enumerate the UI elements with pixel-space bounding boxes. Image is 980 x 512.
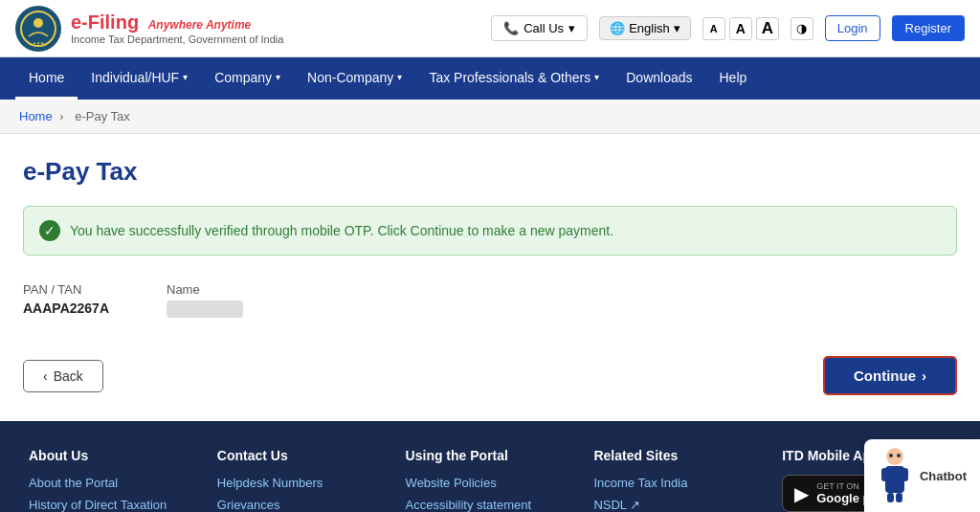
footer-nsdl-link[interactable]: NSDL ↗ (593, 498, 640, 512)
svg-rect-8 (896, 493, 902, 502)
pan-label: PAN / TAN (23, 282, 109, 297)
logo-text: e-Filing Anywhere Anytime Income Tax Dep… (71, 11, 283, 45)
check-icon: ✓ (39, 220, 60, 241)
logo-area: ✦✦✦ e-Filing Anywhere Anytime Income Tax… (15, 6, 283, 52)
breadcrumb-current: e-Pay Tax (75, 109, 130, 123)
call-us-button[interactable]: 📞 Call Us ▾ (491, 15, 588, 41)
font-controls: A A A (702, 17, 779, 40)
language-button[interactable]: 🌐 English ▾ (599, 16, 691, 40)
nav-item-home[interactable]: Home (15, 57, 78, 100)
footer-related-list: Income Tax India NSDL ↗ TRACES (593, 475, 763, 512)
actions-row: ‹ Back Continue › (23, 346, 957, 395)
nav-individual-label: Individual/HUF (91, 70, 179, 85)
continue-button-label: Continue (854, 367, 916, 384)
nav-tax-professionals-arrow: ▾ (594, 72, 599, 82)
list-item: Website Policies (406, 475, 575, 490)
logo-title: e-Filing Anywhere Anytime (71, 11, 283, 33)
nav-individual-arrow: ▾ (183, 72, 188, 82)
page-title: e-Pay Tax (23, 157, 957, 187)
footer-about-heading: About Us (29, 448, 198, 463)
nav-noncompany-arrow: ▾ (397, 72, 402, 82)
footer-about-us: About Us About the Portal History of Dir… (29, 448, 198, 512)
footer-income-tax-link[interactable]: Income Tax India (593, 476, 687, 490)
logo-tagline: Anywhere Anytime (148, 18, 252, 32)
footer-helpdesk-link[interactable]: Helpdesk Numbers (217, 476, 323, 490)
footer-related-heading: Related Sites (593, 448, 763, 463)
font-small-button[interactable]: A (702, 17, 725, 40)
svg-point-9 (889, 454, 893, 457)
name-value (167, 301, 243, 318)
svg-rect-4 (885, 466, 904, 493)
header: ✦✦✦ e-Filing Anywhere Anytime Income Tax… (0, 0, 980, 57)
footer-about-portal-link[interactable]: About the Portal (29, 476, 118, 490)
footer-related-sites: Related Sites Income Tax India NSDL ↗ TR… (593, 448, 763, 512)
breadcrumb: Home › e-Pay Tax (0, 100, 980, 134)
footer-contact-list: Helpdesk Numbers Grievances View Grievan… (217, 475, 387, 512)
form-section: PAN / TAN AAAPA2267A Name (23, 282, 957, 318)
list-item: Income Tax India (593, 475, 763, 490)
list-item: Grievances (217, 497, 387, 512)
name-field: Name (167, 282, 243, 318)
nav-noncompany-label: Non-Company (307, 70, 393, 85)
nav-downloads-label: Downloads (626, 70, 692, 85)
footer-contact-heading: Contact Us (217, 448, 387, 463)
footer-using-portal: Using the Portal Website Policies Access… (406, 448, 575, 512)
breadcrumb-home[interactable]: Home (19, 109, 53, 123)
globe-icon: 🌐 (610, 21, 625, 35)
svg-text:✦✦✦: ✦✦✦ (33, 40, 44, 46)
success-message-box: ✓ You have successfully verified through… (23, 206, 957, 256)
logo-subtitle: Income Tax Department, Government of Ind… (71, 33, 283, 45)
footer-grid: About Us About the Portal History of Dir… (29, 448, 951, 512)
nav-item-help[interactable]: Help (706, 57, 761, 100)
svg-point-10 (897, 454, 901, 457)
header-right: 📞 Call Us ▾ 🌐 English ▾ A A A ◑ Login Re… (491, 15, 965, 41)
nav-item-company[interactable]: Company ▾ (201, 57, 294, 100)
list-item: Helpdesk Numbers (217, 475, 387, 490)
footer-history-link[interactable]: History of Direct Taxation (29, 498, 167, 512)
chatbot-widget[interactable]: Chatbot (864, 439, 980, 512)
font-medium-button[interactable]: A (729, 17, 752, 40)
name-label: Name (167, 282, 243, 297)
footer-about-list: About the Portal History of Direct Taxat… (29, 475, 198, 512)
svg-point-1 (33, 18, 43, 28)
pan-value: AAAPA2267A (23, 301, 109, 316)
back-button-label: Back (54, 368, 83, 384)
lang-arrow: ▾ (674, 21, 680, 35)
logo-efiling: e-Filing (71, 11, 139, 33)
footer-grievances-link[interactable]: Grievances (217, 498, 280, 512)
nav-item-individual[interactable]: Individual/HUF ▾ (78, 57, 201, 100)
continue-button[interactable]: Continue › (823, 356, 957, 395)
list-item: NSDL ↗ (593, 497, 763, 512)
phone-icon: 📞 (503, 21, 519, 35)
pan-field: PAN / TAN AAAPA2267A (23, 282, 109, 318)
list-item: History of Direct Taxation (29, 497, 198, 512)
footer-portal-heading: Using the Portal (406, 448, 575, 463)
list-item: Accessibility statement (406, 497, 575, 512)
nav-company-arrow: ▾ (276, 72, 280, 82)
nav-tax-professionals-label: Tax Professionals & Others (429, 70, 590, 85)
footer-website-policies-link[interactable]: Website Policies (406, 476, 497, 490)
main-content: e-Pay Tax ✓ You have successfully verifi… (0, 134, 980, 421)
continue-arrow-icon: › (922, 367, 926, 384)
svg-rect-6 (902, 468, 908, 481)
login-button[interactable]: Login (825, 15, 880, 41)
google-play-icon: ▶ (794, 482, 809, 505)
nav-item-downloads[interactable]: Downloads (612, 57, 705, 100)
footer-contact-us: Contact Us Helpdesk Numbers Grievances V… (217, 448, 387, 512)
success-message-text: You have successfully verified through m… (70, 223, 613, 238)
main-nav: Home Individual/HUF ▾ Company ▾ Non-Comp… (0, 57, 980, 100)
footer-accessibility-link[interactable]: Accessibility statement (406, 498, 532, 512)
register-button[interactable]: Register (892, 15, 965, 41)
nav-item-noncompany[interactable]: Non-Company ▾ (294, 57, 415, 100)
breadcrumb-separator: › (59, 109, 67, 123)
svg-rect-7 (887, 493, 894, 502)
language-label: English (629, 21, 670, 35)
svg-point-3 (886, 448, 903, 465)
contrast-button[interactable]: ◑ (791, 17, 813, 40)
nav-item-tax-professionals[interactable]: Tax Professionals & Others ▾ (415, 57, 612, 100)
font-large-button[interactable]: A (756, 17, 779, 40)
nav-help-label: Help (720, 70, 747, 85)
footer: About Us About the Portal History of Dir… (0, 421, 980, 512)
chatbot-label: Chatbot (920, 469, 967, 483)
back-button[interactable]: ‹ Back (23, 360, 103, 392)
